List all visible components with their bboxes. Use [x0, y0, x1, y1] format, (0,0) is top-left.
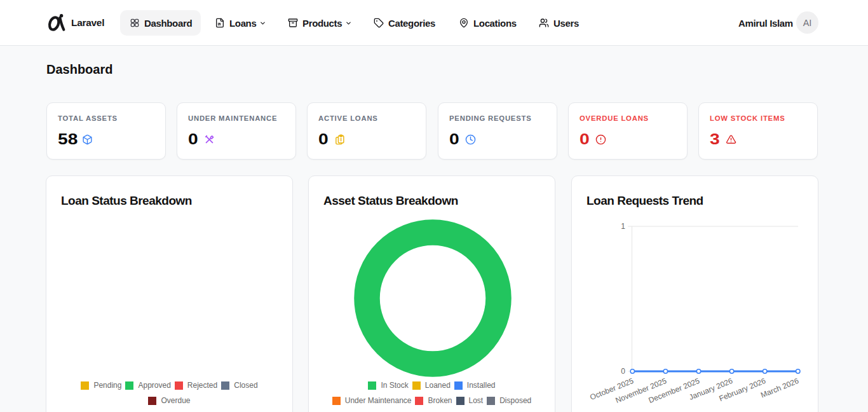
svg-text:March 2026: March 2026	[759, 376, 800, 400]
svg-text:0: 0	[621, 367, 625, 376]
svg-text:1: 1	[621, 222, 625, 231]
